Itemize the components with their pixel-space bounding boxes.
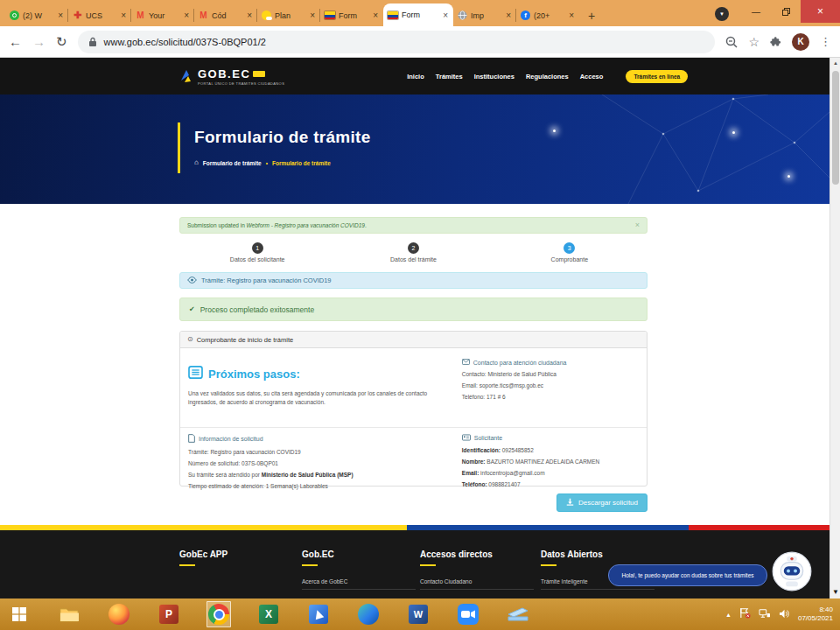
zoom-out-icon[interactable]	[725, 36, 738, 48]
tab-close-icon[interactable]: ×	[183, 10, 190, 20]
browser-tab-whatsapp[interactable]: (2) W ×	[5, 4, 68, 26]
profile-avatar[interactable]: K	[792, 33, 809, 51]
browser-tab-form-1[interactable]: Form ×	[320, 4, 383, 26]
constellation-decoration	[453, 94, 830, 204]
file-explorer-button[interactable]	[57, 601, 81, 627]
tray-up-arrow-icon[interactable]: ▲	[725, 612, 732, 618]
applicant-line: Identificación: 0925485852	[462, 447, 640, 453]
network-icon[interactable]	[759, 606, 771, 622]
browser-tab-imp[interactable]: Imp ×	[453, 4, 516, 26]
window-restore-button[interactable]	[771, 0, 801, 23]
edge-button[interactable]	[356, 601, 381, 627]
notification-flag-icon[interactable]	[739, 606, 751, 622]
firefox-button[interactable]	[107, 601, 131, 627]
tab-label: UCS	[86, 11, 116, 20]
browser-tab-gmail-2[interactable]: M Cód ×	[194, 4, 257, 26]
reload-button[interactable]: ↻	[56, 35, 67, 48]
system-tray: ▲ 8:40 07/05/2021	[725, 606, 840, 624]
facebook-icon: f	[521, 10, 530, 20]
folder-icon	[60, 606, 79, 622]
page-title: Formulario de trámite	[194, 128, 371, 147]
tab-close-icon[interactable]: ×	[120, 10, 127, 20]
chrome-profile-button[interactable]: ▼	[715, 7, 729, 21]
extensions-puzzle-icon[interactable]	[770, 36, 781, 47]
paint3d-icon	[309, 605, 328, 624]
tab-label: Cód	[212, 11, 242, 20]
whatsapp-icon	[10, 10, 19, 20]
ecuador-flag-icon	[388, 11, 398, 19]
browser-tab-plan[interactable]: Plan ×	[257, 4, 320, 26]
scroll-up-icon[interactable]: ▲	[830, 60, 840, 66]
yellow-accent-bar	[178, 122, 180, 173]
scrollbar-thumb[interactable]	[832, 71, 839, 185]
info-line: Su trámite será atendido por Ministerio …	[188, 472, 448, 478]
tab-close-icon[interactable]: ×	[442, 10, 449, 20]
start-button[interactable]	[7, 601, 32, 627]
address-bar[interactable]: www.gob.ec/solicitud/037S-0BQP01/2	[78, 31, 716, 53]
tab-close-icon[interactable]: ×	[505, 10, 512, 20]
footer-column-gobec: Gob.EC Acerca de GobEC	[302, 550, 416, 590]
content-area: Submission updated in Webform - Registro…	[0, 204, 830, 523]
page-scrollbar[interactable]: ▲ ▼	[830, 58, 840, 598]
breadcrumb-current: Formulario de trámite	[272, 160, 331, 166]
web-page: GOB.EC PORTAL ÚNICO DE TRÁMITES CIUDADAN…	[0, 58, 830, 598]
browser-menu-icon[interactable]: ⋮	[820, 36, 831, 47]
paint3d-button[interactable]	[306, 601, 331, 627]
breadcrumb-parent[interactable]: Formulario de trámite	[203, 160, 262, 166]
applicant-line: Nombre: BAZURTO MARTINEZ ADELAIDA CARMEN	[462, 458, 640, 465]
download-request-button[interactable]: Descargar solicitud	[556, 494, 648, 512]
weather-icon	[262, 10, 271, 20]
footer-link-contacto[interactable]: Contacto Ciudadano	[420, 578, 534, 590]
word-button[interactable]: W	[406, 601, 430, 627]
contact-line: Teléfono: 171 # 6	[462, 394, 640, 400]
lock-icon[interactable]	[88, 37, 97, 47]
tab-close-icon[interactable]: ×	[246, 10, 253, 20]
forward-button[interactable]: →	[32, 35, 46, 48]
browser-tab-facebook[interactable]: f (20+ ×	[516, 4, 579, 26]
footer-link-acerca[interactable]: Acerca de GobEC	[302, 578, 416, 590]
step-datos-tramite[interactable]: 2 Datos del trámite	[335, 242, 491, 262]
nav-item-inicio[interactable]: Inicio	[407, 73, 424, 80]
footer-column-app: GobEc APP DISPONIBLE ENGoogle Play	[179, 550, 293, 566]
speaker-icon[interactable]	[779, 606, 790, 622]
step-datos-solicitante[interactable]: 1 Datos del solicitante	[179, 242, 335, 262]
browser-tab-gmail-1[interactable]: M Your ×	[131, 4, 194, 26]
chatbot-bubble[interactable]: Hola!, te puedo ayudar con dudas sobre t…	[608, 564, 767, 586]
nav-item-regulaciones[interactable]: Regulaciones	[526, 73, 569, 80]
tab-label: Imp	[471, 11, 501, 20]
window-close-button[interactable]: ×	[801, 0, 840, 23]
info-line: Tiempo estimado de atención: 1 Semana(s)…	[188, 483, 448, 489]
new-tab-button[interactable]: +	[588, 9, 595, 23]
window-minimize-button[interactable]: —	[741, 0, 771, 23]
nav-item-acceso[interactable]: Acceso	[580, 73, 604, 80]
bookmark-star-icon[interactable]: ☆	[748, 36, 760, 48]
footer-column-accesos: Accesos directos Contacto Ciudadano	[420, 550, 534, 590]
browser-tab-ucs[interactable]: ✚ UCS ×	[68, 4, 131, 26]
taskbar-clock[interactable]: 8:40 07/05/2021	[798, 606, 833, 624]
back-button[interactable]: ←	[9, 35, 22, 48]
nav-item-instituciones[interactable]: Instituciones	[474, 73, 514, 80]
tab-close-icon[interactable]: ×	[309, 10, 316, 20]
chrome-icon	[208, 604, 229, 625]
tramites-en-linea-button[interactable]: Trámites en línea	[626, 70, 688, 83]
browser-tab-form-active[interactable]: Form ×	[383, 4, 453, 26]
tab-label: Your	[149, 11, 179, 20]
scroll-down-icon[interactable]: ▼	[830, 588, 840, 596]
tab-label: (2) W	[23, 11, 53, 20]
gobec-logo[interactable]: GOB.EC PORTAL ÚNICO DE TRÁMITES CIUDADAN…	[179, 67, 284, 86]
powerpoint-button[interactable]: P	[157, 601, 181, 627]
step-comprobante[interactable]: 3 Comprobante	[492, 242, 648, 262]
yellow-underline	[179, 564, 195, 566]
tab-close-icon[interactable]: ×	[57, 10, 64, 20]
tab-close-icon[interactable]: ×	[372, 10, 379, 20]
scanner-app-button[interactable]	[506, 601, 530, 627]
zoom-app-button[interactable]	[456, 601, 480, 627]
applicant-section-title: Solicitante	[462, 434, 640, 442]
excel-button[interactable]: X	[256, 601, 281, 627]
tab-label: Form	[339, 11, 368, 20]
nav-item-tramites[interactable]: Trámites	[436, 73, 463, 80]
tab-close-icon[interactable]: ×	[568, 10, 575, 20]
alert-close-icon[interactable]: ×	[635, 221, 640, 229]
chrome-button-active[interactable]	[206, 601, 231, 627]
robot-assistant-icon[interactable]	[772, 551, 812, 595]
